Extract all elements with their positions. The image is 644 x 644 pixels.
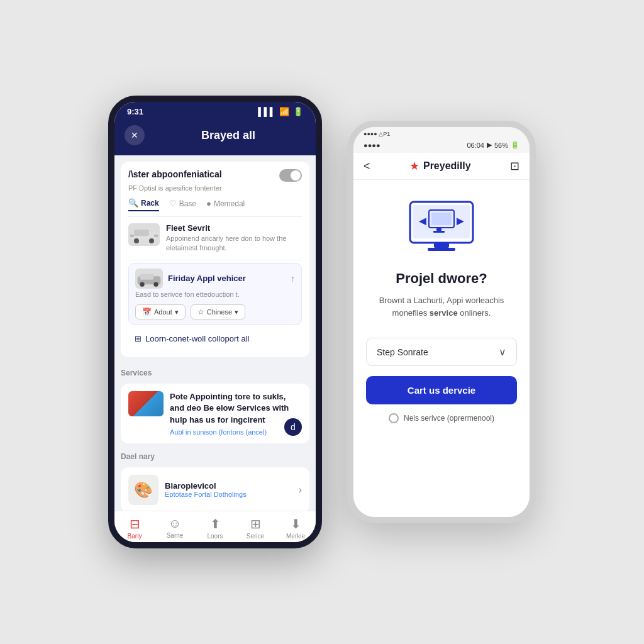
highlighted-list-item: Firiday Appl vehicer ↑ Easd to serivce f… [128,263,302,325]
signal-icon: ▌▌▌ [258,107,275,116]
smiley-icon: ☺ [169,516,181,531]
toggle-switch[interactable] [279,169,302,182]
tab-base[interactable]: ♡ Base [169,198,196,211]
phone1-time: 9:31 [127,107,143,116]
phone2-time: 06:04 [467,142,484,149]
chinese-button[interactable]: ☆ Chinese ▾ [191,304,245,319]
highlighted-item-header: Firiday Appl vehicer ↑ [135,269,295,289]
svg-rect-13 [428,248,455,251]
services-section-label: Services [114,364,316,380]
tabbar-loors[interactable]: ⬆ Loors [195,516,235,540]
phone2-description: Brownt a Lachurti, Appi worleachis monef… [366,294,517,319]
phone1-status-icons: ▌▌▌ 📶 🔋 [258,107,303,116]
dropdown-placeholder: Step Sonrate [377,347,428,357]
list-item-text: Fleet Sevrit Appoinend aricarly here don… [166,223,302,253]
location-arrow-icon: ▶ [487,141,492,149]
service-text: Pote Appointing tore to sukls, and deo B… [170,391,302,436]
deal-section-label: Dael nary [114,447,316,464]
phone1-title: Brayed all [151,129,306,142]
close-button[interactable]: ✕ [125,125,145,145]
phone2-status-bar: ●●●● 06:04 ▶ 56% 🔋 [353,141,530,153]
phone2-main-title: Projel dwore? [396,270,487,287]
chevron-right-icon: › [299,484,302,496]
heart-icon: ♡ [169,199,177,208]
svg-point-3 [149,238,154,243]
tab-rack[interactable]: 🔍 Rack [128,198,159,211]
svg-text:◄: ◄ [416,214,429,228]
car-thumbnail [128,223,160,246]
service-name: Pote Appointing tore to sukls, and deo B… [170,391,302,426]
step-dropdown[interactable]: Step Sonrate ∨ [366,338,517,366]
action-buttons: 📅 Adout ▾ ☆ Chinese ▾ [135,304,295,319]
deal-text: Blaroplevicol Eptotase Fortal Dotholings [165,481,292,498]
phone2-battery: 56% [494,142,508,149]
phone2-status-right: 06:04 ▶ 56% 🔋 [467,141,519,149]
radio-button[interactable] [389,413,399,423]
secondary-option[interactable]: Nels serivce (oprermenool) [389,413,494,423]
svg-rect-17 [431,213,452,225]
car-image [129,226,159,243]
top-card: /\ster abpoonfeniatical PF Dptisl is ape… [121,162,309,357]
circle-icon: ● [206,199,211,208]
chevron-down-icon-dropdown: ∨ [499,346,506,358]
phone1-device: 9:31 ▌▌▌ 📶 🔋 ✕ Brayed all /\ster abpoonf… [108,96,322,548]
service-link[interactable]: Aubl in sunison (fontons (ancel) [170,428,302,436]
phone1-header: ✕ Brayed all [114,119,316,155]
up-arrow-icon: ↑ [291,274,295,284]
card-title: /\ster abpoonfeniatical [128,169,222,179]
upload-icon: ⬆ [210,516,221,531]
star-small-icon: ☆ [197,308,204,316]
svg-rect-18 [436,228,441,231]
service-badge-icon: d [284,418,302,436]
svg-rect-7 [140,274,153,279]
svg-point-8 [140,282,144,286]
highlighted-item-desc: Easd to serivce fon ettedouction t. [135,290,295,299]
back-button[interactable]: < [364,160,370,173]
tabbar-serice[interactable]: ⊞ Serice [235,516,275,540]
svg-rect-1 [134,230,149,236]
calendar-icon: 📅 [142,308,152,316]
share-icon[interactable]: ⊡ [510,159,519,173]
phone2-title: Preyedilly [423,160,471,172]
phone2-carrier-dots: ●●●● [364,142,380,149]
star-icon: ★ [409,159,419,173]
phone2-title-area: ★ Preyedilly [375,159,505,173]
grid-icon: ⊞ [135,334,142,343]
adout-button[interactable]: 📅 Adout ▾ [135,304,186,319]
svg-rect-19 [433,231,445,233]
phone2-body: ◄ ► Projel dwore? Brownt a Lachurti, App… [353,180,530,517]
tab-memedal[interactable]: ● Memedal [206,198,245,211]
list-item-desc: Appoinend aricarly here don to how the e… [166,234,302,253]
service-thumbnail [128,391,164,416]
deal-thumbnail: 🎨 [128,475,158,505]
phone1-tabbar: ⊟ Barly ☺ Sarne ⬆ Loors ⊞ Serice ⬇ Merki… [114,511,316,542]
cta-button[interactable]: Cart us dervcie [366,376,517,404]
deal-card[interactable]: 🎨 Blaroplevicol Eptotase Fortal Dotholin… [121,467,309,511]
service-image [128,391,164,416]
phone2-notch: ●●●● △P1 [353,127,530,141]
phone2-header: < ★ Preyedilly ⊡ [353,153,530,180]
service-card: Pote Appointing tore to sukls, and deo B… [121,384,309,443]
card-subtitle: PF Dptisl is apesifice fontenter [128,184,302,192]
highlighted-car-thumb [135,269,163,289]
monitor-illustration: ◄ ► [404,199,479,255]
phone1-status-bar: 9:31 ▌▌▌ 📶 🔋 [114,102,316,119]
battery-icon: 🔋 [293,107,303,116]
battery-icon-2: 🔋 [511,141,519,149]
link-row[interactable]: ⊞ Loorn-conet-woll colloport all [128,328,302,350]
download-icon: ⬇ [291,516,301,531]
svg-point-2 [134,238,139,243]
tabbar-sarne[interactable]: ☺ Sarne [155,516,195,540]
svg-rect-4 [130,235,134,237]
deal-name: Blaroplevicol [165,481,292,491]
secondary-option-label: Nels serivce (oprermenool) [404,414,494,423]
grid-tab-icon: ⊞ [250,516,261,531]
tabbar-merkie[interactable]: ⬇ Merkie [275,516,316,540]
phone1-body: /\ster abpoonfeniatical PF Dptisl is ape… [114,155,316,511]
svg-text:►: ► [454,214,467,228]
highlighted-car-image [135,270,163,287]
tabbar-barly[interactable]: ⊟ Barly [114,516,155,540]
svg-point-9 [153,282,158,286]
wifi-icon: 📶 [279,107,289,116]
chevron-down-icon: ▾ [175,308,179,316]
